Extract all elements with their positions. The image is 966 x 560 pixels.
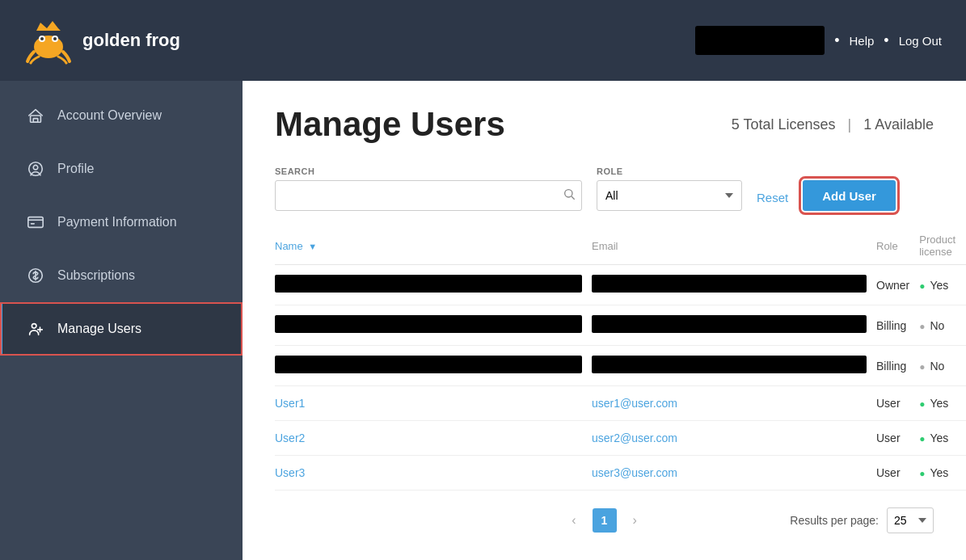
cell-license: ●No bbox=[919, 305, 965, 346]
users-table: Name ▼ Email Role Product license Edit U… bbox=[275, 227, 966, 491]
cell-email: user1@user.com bbox=[592, 386, 876, 421]
table-header: Name ▼ Email Role Product license Edit U… bbox=[275, 227, 966, 265]
license-dot: ● bbox=[919, 433, 925, 444]
cell-role: User bbox=[876, 456, 919, 491]
results-per-page-label: Results per page: bbox=[790, 514, 879, 527]
search-group: SEARCH bbox=[275, 166, 582, 211]
license-dot: ● bbox=[919, 361, 925, 373]
cell-role: Billing bbox=[876, 346, 919, 386]
license-dot: ● bbox=[919, 280, 925, 292]
available-licenses: 1 Available bbox=[863, 116, 934, 133]
main-layout: Account Overview Profile Payment Informa… bbox=[0, 81, 966, 560]
col-header-license: Product license bbox=[919, 227, 965, 265]
search-icon bbox=[563, 187, 576, 200]
cell-license: ●Yes bbox=[919, 456, 965, 491]
cell-license: ●Yes bbox=[919, 421, 965, 456]
user-email-link[interactable]: user3@user.com bbox=[592, 466, 677, 479]
svg-point-9 bbox=[33, 165, 38, 170]
license-text: No bbox=[930, 360, 944, 373]
cell-license: ●No bbox=[919, 346, 965, 386]
cell-email bbox=[592, 305, 876, 346]
svg-rect-7 bbox=[33, 119, 38, 123]
cell-role: Owner bbox=[876, 265, 919, 305]
pagination-bar: ‹ 1 › Results per page: 25 50 100 bbox=[275, 491, 934, 541]
page-title: Manage Users bbox=[275, 105, 505, 144]
logo-text: golden frog bbox=[82, 30, 180, 51]
content-area: Manage Users 5 Total Licenses | 1 Availa… bbox=[243, 81, 966, 560]
sidebar-item-profile[interactable]: Profile bbox=[0, 142, 243, 196]
user-email-link[interactable]: user2@user.com bbox=[592, 432, 677, 444]
user-name-link[interactable]: User3 bbox=[275, 466, 305, 479]
sidebar-item-manage-users[interactable]: Manage Users bbox=[0, 302, 243, 356]
redacted-name bbox=[275, 315, 582, 333]
user-name-link[interactable]: User1 bbox=[275, 397, 305, 410]
sidebar-label-subscriptions: Subscriptions bbox=[57, 268, 135, 283]
table-body: Owner●Yes✎Billing●No✎Billing●No✎User1use… bbox=[275, 265, 966, 491]
page-header: Manage Users 5 Total Licenses | 1 Availa… bbox=[275, 105, 934, 144]
license-info: 5 Total Licenses | 1 Available bbox=[732, 105, 934, 133]
search-icon-button[interactable] bbox=[563, 187, 576, 204]
cell-email bbox=[592, 346, 876, 386]
logout-link[interactable]: Log Out bbox=[899, 34, 942, 48]
sidebar-label-profile: Profile bbox=[57, 162, 94, 176]
cell-license: ●Yes bbox=[919, 386, 965, 421]
col-header-name[interactable]: Name ▼ bbox=[275, 227, 592, 265]
user-email-link[interactable]: user1@user.com bbox=[592, 397, 677, 410]
role-select[interactable]: All Owner Billing User bbox=[597, 180, 742, 211]
cell-role: User bbox=[876, 386, 919, 421]
credit-card-icon bbox=[27, 213, 44, 231]
search-input[interactable] bbox=[275, 180, 582, 211]
logo: golden frog bbox=[24, 16, 180, 65]
cell-name: User2 bbox=[275, 421, 592, 456]
redacted-email bbox=[592, 275, 867, 293]
license-text: Yes bbox=[930, 397, 948, 410]
svg-point-5 bbox=[53, 37, 57, 40]
role-group: ROLE All Owner Billing User bbox=[597, 166, 742, 211]
reset-link[interactable]: Reset bbox=[757, 191, 788, 211]
cell-email bbox=[592, 265, 876, 305]
svg-point-1 bbox=[34, 36, 63, 58]
svg-point-15 bbox=[565, 190, 572, 197]
dot-separator-2: • bbox=[884, 32, 888, 49]
sidebar-label-payment: Payment Information bbox=[57, 215, 177, 229]
table-row: Billing●No✎ bbox=[275, 305, 966, 346]
sidebar-item-subscriptions[interactable]: Subscriptions bbox=[0, 249, 243, 302]
user-circle-icon bbox=[27, 160, 44, 178]
page-1-button[interactable]: 1 bbox=[593, 508, 617, 533]
cell-email: user3@user.com bbox=[592, 456, 876, 491]
col-header-role: Role bbox=[876, 227, 919, 265]
filters-bar: SEARCH ROLE All Owner Billing bbox=[275, 166, 934, 211]
svg-marker-0 bbox=[36, 21, 61, 31]
help-link[interactable]: Help bbox=[849, 34, 874, 48]
cell-name bbox=[275, 305, 592, 346]
cell-name bbox=[275, 265, 592, 305]
sidebar-item-payment-information[interactable]: Payment Information bbox=[0, 196, 243, 249]
dollar-circle-icon bbox=[27, 267, 44, 284]
table-row: User1user1@user.comUser●Yes✎ bbox=[275, 386, 966, 421]
license-text: Yes bbox=[930, 279, 948, 292]
per-page-select[interactable]: 25 50 100 bbox=[887, 507, 934, 533]
cell-license: ●Yes bbox=[919, 265, 965, 305]
cell-email: user2@user.com bbox=[592, 421, 876, 456]
svg-point-14 bbox=[32, 324, 36, 329]
add-user-button[interactable]: Add User bbox=[803, 180, 896, 211]
table-row: Owner●Yes✎ bbox=[275, 265, 966, 305]
search-wrapper bbox=[275, 180, 582, 211]
next-page-button[interactable]: › bbox=[626, 510, 643, 531]
sidebar-item-account-overview[interactable]: Account Overview bbox=[0, 89, 243, 142]
cell-role: Billing bbox=[876, 305, 919, 346]
cell-name bbox=[275, 346, 592, 386]
license-text: Yes bbox=[930, 466, 948, 479]
prev-page-button[interactable]: ‹ bbox=[565, 510, 582, 531]
license-text: No bbox=[930, 319, 944, 332]
license-dot: ● bbox=[919, 398, 925, 410]
header-user-box bbox=[695, 26, 825, 55]
logo-icon bbox=[24, 16, 73, 65]
redacted-email bbox=[592, 315, 867, 333]
dot-separator-1: • bbox=[834, 32, 839, 49]
sidebar: Account Overview Profile Payment Informa… bbox=[0, 81, 243, 560]
user-name-link[interactable]: User2 bbox=[275, 432, 305, 444]
table-row: User2user2@user.comUser●Yes✎ bbox=[275, 421, 966, 456]
license-dot: ● bbox=[919, 468, 925, 479]
total-licenses: 5 Total Licenses bbox=[732, 116, 836, 133]
